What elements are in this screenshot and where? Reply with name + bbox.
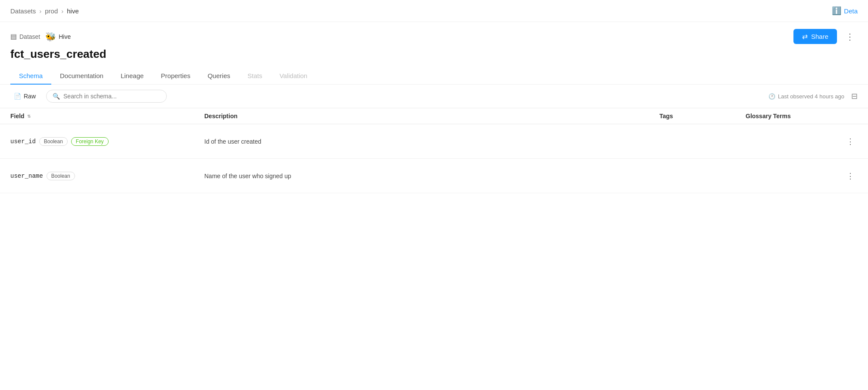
- search-box[interactable]: 🔍: [46, 90, 167, 103]
- badge-boolean-user-id[interactable]: Boolean: [39, 137, 68, 146]
- hive-text: Hive: [59, 33, 71, 40]
- field-cell-user-name: user_name Boolean: [10, 172, 204, 180]
- tab-stats: Stats: [239, 68, 271, 85]
- dataset-icon: ▤: [10, 32, 17, 41]
- raw-label: Raw: [24, 93, 36, 100]
- col-tags-label: Tags: [659, 113, 673, 120]
- share-icon: ⇄: [802, 32, 808, 41]
- header-top: ▤ Dataset 🐝 Hive ⇄ Share ⋮: [10, 29, 858, 44]
- field-cell-user-id: user_id Boolean Foreign Key: [10, 137, 204, 146]
- breadcrumb-detail[interactable]: ℹ️ Deta: [832, 6, 858, 16]
- share-button[interactable]: ⇄ Share: [793, 29, 837, 44]
- field-name-user-id: user_id: [10, 138, 36, 145]
- share-label: Share: [811, 33, 828, 40]
- breadcrumb-prod[interactable]: prod: [45, 7, 58, 15]
- search-icon: 🔍: [53, 93, 60, 100]
- tab-queries[interactable]: Queries: [199, 68, 239, 85]
- col-field-label: Field: [10, 113, 25, 120]
- tab-properties[interactable]: Properties: [152, 68, 199, 85]
- raw-icon: 📄: [14, 93, 21, 100]
- breadcrumb-bar: Datasets › prod › hive ℹ️ Deta: [0, 0, 868, 22]
- tab-schema[interactable]: Schema: [10, 68, 51, 85]
- search-input[interactable]: [63, 93, 160, 100]
- breadcrumb-datasets[interactable]: Datasets: [10, 7, 36, 15]
- header-left: ▤ Dataset 🐝 Hive: [10, 31, 71, 42]
- last-observed: 🕐 Last observed 4 hours ago: [768, 93, 844, 100]
- row-more-button-user-name[interactable]: ⋮: [843, 170, 858, 182]
- header-section: ▤ Dataset 🐝 Hive ⇄ Share ⋮ fct_users_cre…: [0, 22, 868, 85]
- hive-emoji: 🐝: [45, 31, 56, 42]
- hive-label[interactable]: 🐝 Hive: [45, 31, 71, 42]
- tabs-bar: Schema Documentation Lineage Properties …: [10, 68, 858, 84]
- sort-icon-field[interactable]: ⇅: [27, 114, 31, 119]
- table-row: user_id Boolean Foreign Key Id of the us…: [0, 124, 868, 159]
- clock-icon: 🕐: [768, 93, 775, 100]
- col-header-glossary: Glossary Terms: [746, 113, 858, 120]
- glossary-cell-user-id: ⋮: [746, 135, 858, 148]
- col-header-field: Field ⇅: [10, 113, 204, 120]
- info-icon: ℹ️: [832, 6, 841, 16]
- toolbar-right: 🕐 Last observed 4 hours ago ⊟: [768, 91, 858, 101]
- col-glossary-label: Glossary Terms: [746, 113, 791, 120]
- breadcrumb-sep-1: ›: [39, 7, 41, 15]
- description-cell-user-id: Id of the user created: [204, 138, 659, 145]
- breadcrumb-hive[interactable]: hive: [67, 7, 79, 15]
- breadcrumb: Datasets › prod › hive: [10, 7, 79, 15]
- tab-documentation[interactable]: Documentation: [51, 68, 112, 85]
- col-header-description: Description: [204, 113, 659, 120]
- detail-label: Deta: [844, 7, 858, 15]
- raw-button[interactable]: 📄 Raw: [10, 91, 39, 101]
- dataset-text: Dataset: [19, 33, 40, 40]
- glossary-cell-user-name: ⋮: [746, 170, 858, 182]
- col-header-tags: Tags: [659, 113, 746, 120]
- table-row: user_name Boolean Name of the user who s…: [0, 159, 868, 193]
- description-cell-user-name: Name of the user who signed up: [204, 173, 659, 179]
- last-observed-text: Last observed 4 hours ago: [778, 93, 844, 100]
- badge-boolean-user-name[interactable]: Boolean: [47, 172, 75, 180]
- toolbar-left: 📄 Raw 🔍: [10, 90, 167, 103]
- schema-table: user_id Boolean Foreign Key Id of the us…: [0, 124, 868, 193]
- table-header: Field ⇅ Description Tags Glossary Terms: [0, 108, 868, 124]
- schema-view-button[interactable]: ⊟: [851, 91, 858, 101]
- more-options-button[interactable]: ⋮: [842, 30, 858, 44]
- field-name-user-name: user_name: [10, 173, 43, 179]
- dataset-label: ▤ Dataset: [10, 32, 40, 41]
- schema-toolbar: 📄 Raw 🔍 🕐 Last observed 4 hours ago ⊟: [0, 85, 868, 108]
- page-title: fct_users_created: [10, 47, 858, 61]
- badge-foreign-key-user-id[interactable]: Foreign Key: [71, 137, 109, 146]
- header-actions: ⇄ Share ⋮: [793, 29, 858, 44]
- tab-validation: Validation: [271, 68, 316, 85]
- col-description-label: Description: [204, 113, 237, 120]
- tab-lineage[interactable]: Lineage: [112, 68, 152, 85]
- breadcrumb-sep-2: ›: [61, 7, 63, 15]
- row-more-button-user-id[interactable]: ⋮: [843, 135, 858, 148]
